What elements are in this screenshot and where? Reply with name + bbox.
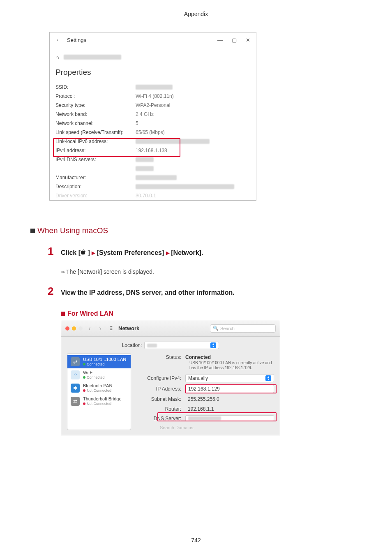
dns-value-blurred [136,157,154,162]
maximize-icon[interactable]: ▢ [232,37,237,43]
search-placeholder: Search [220,326,235,331]
window-title: Settings [67,37,86,43]
step-number-2: 2 [48,285,55,298]
band-label: Network band: [55,111,136,117]
mac-window-title: Network [118,325,139,331]
note-text: The [Network] screen is displayed. [66,268,154,275]
linkspeed-label: Link speed (Receive/Transmit): [55,130,136,135]
location-value-blurred [147,344,157,347]
red-square-icon [61,312,65,316]
search-icon: 🔍 [213,326,219,331]
ipv4-value: 192.168.1.138 [136,148,167,153]
bluetooth-icon: ✱ [71,384,80,393]
page-header: Appendix [0,0,392,17]
status-dot-icon [83,389,85,392]
page-number: 742 [0,537,392,543]
status-dot-icon [83,376,85,379]
ipv6-label: Link-local IPv6 address: [55,139,136,144]
step-number-1: 1 [48,245,55,258]
sidebar-item-label: Bluetooth PAN [83,383,112,388]
router-value: 192.168.1.1 [185,405,274,413]
mask-label: Subnet Mask: [137,396,185,402]
sidebar-item-status: Not Connected [87,388,111,393]
ip-field[interactable]: 192.168.1.129 [185,385,274,393]
triangle-icon: ▶ [92,250,95,255]
ssid-label: SSID: [55,84,136,90]
location-select[interactable]: ▴▾ [144,342,219,349]
location-label: Location: [122,342,142,348]
dns-field[interactable] [185,415,274,421]
interface-sidebar: ⇄ USB 10/1...1000 LANConnected ⌔ Wi-FiCo… [67,353,131,430]
sidebar-item-status: Not Connected [87,401,111,406]
blurred-text [64,55,121,60]
status-dot-icon [83,402,85,405]
channel-label: Network channel: [55,120,136,126]
home-icon[interactable]: ⌂ [55,54,59,60]
ssid-value-blurred [136,85,173,90]
status-value: Connected [185,354,274,360]
search-domains-label: Search Domains: [160,425,274,430]
grid-icon[interactable]: ⠿ [109,325,113,332]
sidebar-item-status: Connected [87,375,105,380]
step-1: 1 Click [ ] ▶ [System Preferences] ▶ [Ne… [48,245,362,258]
mac-toolbar: ‹ › ⠿ Network 🔍 Search [61,320,280,337]
back-icon[interactable]: ← [55,37,61,43]
minimize-dot-icon[interactable] [72,326,76,331]
traffic-lights [65,326,83,331]
sidebar-item-bluetooth[interactable]: ✱ Bluetooth PANNot Connected [67,382,131,395]
wired-lan-heading: For Wired LAN [61,310,362,317]
status-label: Status: [137,354,185,360]
search-input[interactable]: 🔍 Search [210,324,276,333]
dns-value-blurred-2 [136,166,154,171]
description-label: Description: [55,184,136,190]
router-label: Router: [137,406,185,412]
properties-heading: Properties [55,68,250,77]
sidebar-item-thunderbolt[interactable]: ⇄ Thunderbolt BridgeNot Connected [67,395,131,408]
linkspeed-value: 65/65 (Mbps) [136,130,165,135]
minimize-icon[interactable]: — [217,37,223,43]
protocol-value: Wi-Fi 4 (802.11n) [136,93,174,99]
sidebar-item-status: Connected [87,362,105,367]
apple-logo-icon [81,249,86,255]
select-arrows-icon: ▴▾ [265,375,271,381]
wifi-icon: ⌔ [71,370,80,379]
step-1-note: ➠ The [Network] screen is displayed. [61,268,362,275]
channel-value: 5 [136,120,138,126]
driver-value: 30.70.0.1 [136,193,156,199]
dns-value-blurred [188,416,221,420]
window-titlebar: ← Settings — ▢ ✕ [55,35,250,45]
zoom-dot-icon[interactable] [78,326,83,331]
protocol-label: Protocol: [55,93,136,99]
status-dot-icon [83,363,85,365]
status-description: USB 10/100/1000 LAN is currently active … [189,361,274,370]
close-dot-icon[interactable] [65,326,69,331]
ip-label: IP Address: [137,386,185,392]
bullet-square-icon [30,229,35,233]
ipv4-label: IPv4 address: [55,148,136,153]
dnsserver-label: DNS Server: [137,416,185,421]
location-row: Location: ▴▾ [61,337,280,353]
content-area: ← Settings — ▢ ✕ ⌂ Properties SSID: Prot… [0,17,392,435]
description-value-blurred [136,184,234,189]
nav-back-icon[interactable]: ‹ [86,325,93,332]
result-arrow-icon: ➠ [61,269,65,275]
macos-network-panel: ‹ › ⠿ Network 🔍 Search Location: ▴▾ ⇄ US… [61,320,280,435]
macos-heading-text: When Using macOS [37,226,108,235]
configure-select[interactable]: Manually▴▾ [185,374,274,382]
security-label: Security type: [55,102,136,108]
step-2-text: View the IP address, DNS server, and oth… [61,289,235,296]
configure-label: Configure IPv4: [137,375,185,381]
ethernet-icon: ⇄ [71,357,80,366]
band-value: 2.4 GHz [136,111,154,117]
macos-section-heading: When Using macOS [30,226,362,235]
sidebar-item-usb-lan[interactable]: ⇄ USB 10/1...1000 LANConnected [67,355,131,368]
close-icon[interactable]: ✕ [246,37,250,43]
sidebar-item-label: Wi-Fi [83,370,105,375]
nav-forward-icon[interactable]: › [97,325,104,332]
sidebar-item-wifi[interactable]: ⌔ Wi-FiConnected [67,368,131,382]
step-1-text: Click [ ] ▶ [System Preferences] ▶ [Netw… [61,249,203,257]
ip-value: 192.168.1.129 [188,386,220,392]
triangle-icon: ▶ [166,250,169,255]
ipv6-value-blurred [136,139,210,144]
manufacturer-label: Manufacturer: [55,175,136,180]
